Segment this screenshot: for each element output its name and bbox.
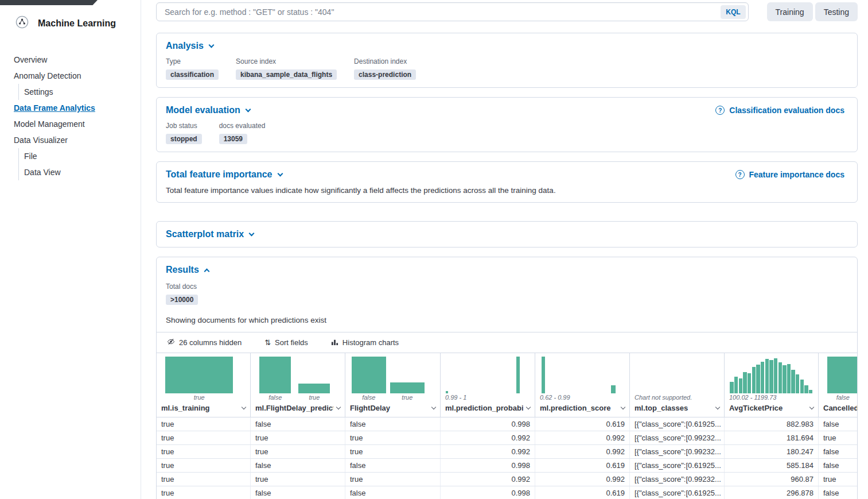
column-header-ml-prediction-probability[interactable]: ml.prediction_probability — [441, 402, 535, 417]
grid-cell[interactable]: 181.694 — [725, 431, 819, 444]
chevron-down-icon[interactable] — [336, 405, 341, 409]
scatterplot-matrix-panel: Scatterplot matrix — [156, 221, 858, 247]
feature-importance-panel-toggle[interactable]: Total feature importance — [166, 169, 282, 180]
sidebar-item-overview[interactable]: Overview — [0, 52, 141, 68]
grid-cell[interactable]: true — [819, 473, 857, 486]
grid-cell[interactable]: [{"class_score":[0.61925... — [630, 417, 725, 431]
column-header-cancelled[interactable]: Cancelled — [819, 402, 857, 417]
grid-cell[interactable]: true — [157, 459, 251, 472]
columns-hidden-button[interactable]: 26 columns hidden — [164, 337, 245, 348]
kql-language-button[interactable]: KQL — [721, 5, 745, 19]
sidebar-item-data-frame-analytics[interactable]: Data Frame Analytics — [0, 100, 141, 116]
grid-cell[interactable]: false — [251, 459, 345, 472]
help-icon: ? — [715, 106, 725, 115]
feature-importance-docs-link[interactable]: ? Feature importance docs — [732, 169, 848, 180]
sidebar-item-data-visualizer[interactable]: Data Visualizer — [0, 132, 141, 148]
grid-cell[interactable]: true — [345, 445, 441, 458]
topbar: KQL Training Testing — [156, 2, 858, 21]
grid-cell[interactable]: 296.878 — [725, 486, 819, 499]
column-header-ml-prediction-score[interactable]: ml.prediction_score — [535, 402, 629, 417]
chevron-down-icon[interactable] — [242, 405, 246, 409]
grid-cell[interactable]: 960.87 — [725, 473, 819, 486]
grid-cell[interactable]: 0.992 — [441, 445, 535, 458]
sidebar-item-settings[interactable]: Settings — [18, 84, 141, 100]
histogram-charts-button[interactable]: Histogram charts — [328, 338, 402, 348]
results-panel-toggle[interactable]: Results — [166, 265, 209, 275]
grid-cell[interactable]: false — [251, 417, 345, 431]
app-brand[interactable]: Machine Learning — [0, 16, 141, 31]
chevron-down-icon[interactable] — [621, 405, 625, 409]
scatterplot-matrix-panel-toggle[interactable]: Scatterplot matrix — [166, 229, 254, 239]
grid-cell[interactable]: [{"class_score":[0.61925... — [630, 486, 725, 499]
grid-cell[interactable]: true — [251, 445, 345, 458]
grid-cell[interactable]: false — [819, 417, 857, 431]
column-header-ml-is-training[interactable]: ml.is_training — [157, 402, 250, 417]
sidebar-item-model-management[interactable]: Model Management — [0, 116, 141, 132]
grid-cell[interactable]: 0.619 — [535, 459, 630, 472]
grid-cell[interactable]: 0.992 — [441, 473, 535, 486]
grid-cell[interactable]: false — [345, 417, 441, 431]
grid-cell[interactable]: true — [251, 431, 345, 444]
chevron-down-icon — [208, 42, 214, 48]
search-input[interactable] — [164, 7, 721, 17]
grid-cell[interactable]: true — [157, 486, 251, 499]
column-header-avgticketprice[interactable]: AvgTicketPrice — [725, 402, 818, 417]
chevron-down-icon[interactable] — [809, 405, 814, 409]
chevron-down-icon — [245, 106, 251, 112]
grid-cell[interactable]: 0.992 — [535, 473, 630, 486]
grid-cell[interactable]: true — [157, 417, 251, 431]
histogram-bar — [756, 365, 760, 393]
column-header-ml-flightdelay-prediction[interactable]: ml.FlightDelay_prediction — [251, 402, 345, 417]
histogram-bar — [743, 372, 746, 393]
grid-cell[interactable]: 0.992 — [441, 431, 535, 444]
grid-cell[interactable]: 585.184 — [725, 459, 819, 472]
grid-cell[interactable]: false — [345, 486, 441, 499]
grid-cell[interactable]: 0.998 — [441, 459, 535, 472]
total-docs-label: Total docs — [166, 283, 848, 291]
grid-cell[interactable]: 0.998 — [441, 417, 535, 431]
grid-cell[interactable]: false — [251, 486, 345, 499]
sidebar-item-file[interactable]: File — [18, 148, 141, 164]
column-name: Cancelled — [823, 404, 857, 412]
grid-cell[interactable]: true — [157, 445, 251, 458]
grid-cell[interactable]: false — [819, 459, 857, 472]
training-filter-button[interactable]: Training — [767, 2, 813, 21]
chevron-down-icon[interactable] — [431, 405, 436, 409]
grid-cell[interactable]: [{"class_score":[0.99232... — [630, 473, 725, 486]
grid-cell[interactable]: true — [345, 431, 441, 444]
analysis-panel-toggle[interactable]: Analysis — [166, 41, 213, 51]
sidebar-item-data-view[interactable]: Data View — [18, 164, 141, 180]
value-badge: 13059 — [219, 134, 247, 144]
grid-cell[interactable]: true — [819, 431, 857, 444]
sidebar-item-anomaly-detection[interactable]: Anomaly Detection — [0, 68, 141, 84]
grid-cell[interactable]: true — [157, 431, 251, 444]
grid-cell[interactable]: true — [157, 473, 251, 486]
grid-cell[interactable]: true — [345, 473, 441, 486]
histogram-bar-label: false — [836, 394, 850, 401]
grid-cell[interactable]: 0.998 — [441, 486, 535, 499]
model-evaluation-panel-toggle[interactable]: Model evaluation — [166, 105, 250, 115]
grid-cell[interactable]: 0.992 — [535, 445, 630, 458]
grid-cell[interactable]: 0.619 — [535, 417, 630, 431]
grid-cell[interactable]: [{"class_score":[0.99232... — [630, 431, 725, 444]
column-header-flightdelay[interactable]: FlightDelay — [345, 402, 440, 417]
grid-cell[interactable]: 0.992 — [535, 431, 630, 444]
chevron-down-icon[interactable] — [526, 405, 531, 409]
classification-evaluation-docs-link[interactable]: ? Classification evaluation docs — [712, 105, 848, 115]
total-docs: Total docs >10000 — [166, 283, 848, 305]
grid-cell[interactable]: [{"class_score":[0.99232... — [630, 445, 725, 458]
grid-cell[interactable]: false — [345, 459, 441, 472]
value-badge: kibana_sample_data_flights — [236, 69, 337, 80]
column-header-ml-top-classes[interactable]: ml.top_classes — [630, 402, 724, 417]
chevron-down-icon[interactable] — [715, 405, 720, 409]
grid-cell[interactable]: true — [251, 473, 345, 486]
grid-cell[interactable]: false — [819, 486, 857, 499]
grid-cell[interactable]: 0.619 — [535, 486, 630, 499]
sort-fields-button[interactable]: ⇅ Sort fields — [261, 338, 312, 347]
grid-cell[interactable]: 882.983 — [725, 417, 819, 431]
eye-slash-icon — [167, 338, 175, 347]
grid-cell[interactable]: 180.247 — [725, 445, 819, 458]
grid-cell[interactable]: [{"class_score":[0.61925... — [630, 459, 725, 472]
testing-filter-button[interactable]: Testing — [815, 2, 858, 21]
grid-cell[interactable]: false — [819, 445, 857, 458]
